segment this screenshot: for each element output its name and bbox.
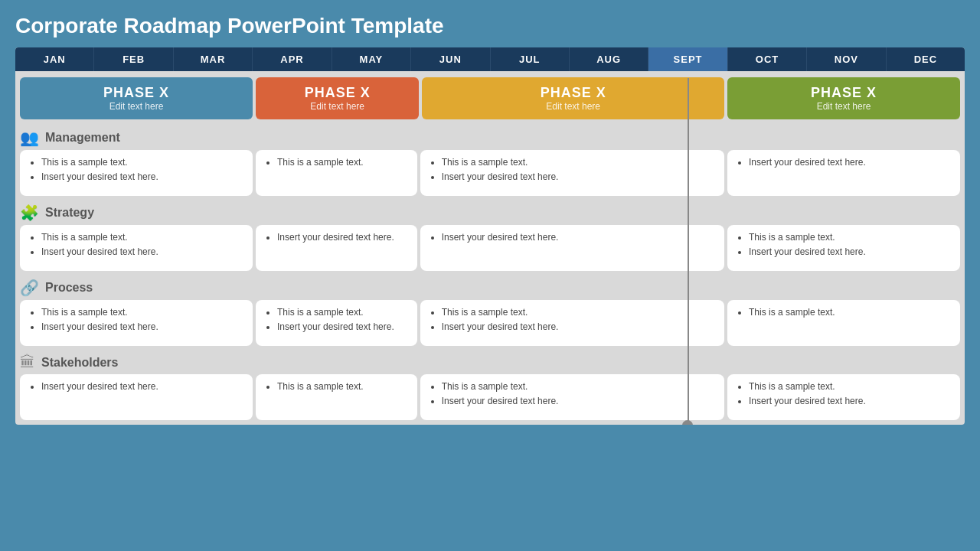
list-item: Insert your desired text here. bbox=[442, 395, 715, 408]
data-cell-1-3: This is a sample text.Insert your desire… bbox=[727, 225, 960, 271]
data-cell-2-3: This is a sample text. bbox=[727, 300, 960, 346]
month-cell-sept: SEPT bbox=[648, 47, 727, 71]
month-cell-dec: DEC bbox=[887, 47, 965, 71]
page-title: Corporate Roadmap PowerPoint Template bbox=[15, 14, 965, 38]
list-item: This is a sample text. bbox=[41, 231, 243, 244]
list-item: Insert your desired text here. bbox=[277, 231, 408, 244]
list-item: This is a sample text. bbox=[277, 156, 408, 169]
section-label-3: Stakeholders bbox=[41, 356, 118, 370]
data-cell-0-3: Insert your desired text here. bbox=[727, 150, 960, 196]
phase-title-2: PHASE X bbox=[268, 85, 407, 101]
section-icon-2: 🔗 bbox=[20, 279, 39, 297]
list-item: Insert your desired text here. bbox=[442, 321, 715, 334]
list-item: This is a sample text. bbox=[41, 156, 243, 169]
phase-row: PHASE XEdit text herePHASE XEdit text he… bbox=[15, 71, 965, 126]
data-cell-2-2: This is a sample text.Insert your desire… bbox=[420, 300, 724, 346]
list-item: Insert your desired text here. bbox=[41, 171, 243, 184]
data-cell-3-2: This is a sample text.Insert your desire… bbox=[420, 374, 724, 420]
data-row-2: This is a sample text.Insert your desire… bbox=[15, 298, 965, 350]
today-line bbox=[688, 78, 689, 425]
month-cell-apr: APR bbox=[253, 47, 332, 71]
list-item: Insert your desired text here. bbox=[442, 231, 715, 244]
section-label-2: Process bbox=[45, 281, 93, 295]
month-cell-aug: AUG bbox=[570, 47, 648, 71]
data-cell-0-2: This is a sample text.Insert your desire… bbox=[420, 150, 724, 196]
list-item: This is a sample text. bbox=[749, 380, 951, 393]
list-item: This is a sample text. bbox=[442, 156, 715, 169]
data-cell-3-1: This is a sample text. bbox=[256, 374, 417, 420]
section-row-management: 👥Management bbox=[15, 126, 965, 148]
section-label-1: Strategy bbox=[45, 206, 94, 220]
list-item: Insert your desired text here. bbox=[749, 246, 951, 259]
phase-title-4: PHASE X bbox=[740, 85, 948, 101]
list-item: Insert your desired text here. bbox=[41, 321, 243, 334]
section-row-stakeholders: 🏛Stakeholders bbox=[15, 350, 965, 373]
phase-block-3: PHASE XEdit text here bbox=[422, 77, 724, 119]
list-item: This is a sample text. bbox=[749, 231, 951, 244]
data-cell-0-0: This is a sample text.Insert your desire… bbox=[20, 150, 253, 196]
list-item: This is a sample text. bbox=[749, 306, 951, 319]
data-row-0: This is a sample text.Insert your desire… bbox=[15, 148, 965, 201]
section-icon-1: 🧩 bbox=[20, 204, 39, 222]
month-cell-feb: FEB bbox=[94, 47, 173, 71]
phase-subtitle-4: Edit text here bbox=[740, 101, 948, 112]
data-cell-2-1: This is a sample text.Insert your desire… bbox=[256, 300, 417, 346]
list-item: Insert your desired text here. bbox=[749, 156, 951, 169]
phase-title-3: PHASE X bbox=[434, 85, 712, 101]
list-item: This is a sample text. bbox=[277, 306, 408, 319]
data-cell-2-0: This is a sample text.Insert your desire… bbox=[20, 300, 253, 346]
data-cell-3-3: This is a sample text.Insert your desire… bbox=[727, 374, 960, 420]
list-item: Insert your desired text here. bbox=[41, 246, 243, 259]
list-item: This is a sample text. bbox=[277, 380, 408, 393]
sections-container: 👥ManagementThis is a sample text.Insert … bbox=[15, 126, 965, 425]
section-row-process: 🔗Process bbox=[15, 276, 965, 298]
phase-subtitle-1: Edit text here bbox=[32, 101, 240, 112]
month-cell-oct: OCT bbox=[728, 47, 807, 71]
phase-title-1: PHASE X bbox=[32, 85, 240, 101]
data-cell-3-0: Insert your desired text here. bbox=[20, 374, 253, 420]
month-cell-mar: MAR bbox=[174, 47, 253, 71]
month-cell-jun: JUN bbox=[411, 47, 490, 71]
month-cell-jan: JAN bbox=[15, 47, 94, 71]
phase-block-1: PHASE XEdit text here bbox=[20, 77, 253, 119]
content-area: Today ▶ JANFEBMARAPRMAYJUNJULAUGSEPTOCTN… bbox=[15, 47, 965, 425]
data-cell-1-1: Insert your desired text here. bbox=[256, 225, 417, 271]
list-item: This is a sample text. bbox=[41, 306, 243, 319]
section-row-strategy: 🧩Strategy bbox=[15, 201, 965, 223]
month-cell-nov: NOV bbox=[807, 47, 886, 71]
main-container: Corporate Roadmap PowerPoint Template To… bbox=[0, 0, 980, 551]
data-cell-1-0: This is a sample text.Insert your desire… bbox=[20, 225, 253, 271]
section-icon-0: 👥 bbox=[20, 129, 39, 147]
list-item: Insert your desired text here. bbox=[749, 395, 951, 408]
section-icon-3: 🏛 bbox=[20, 354, 35, 371]
section-label-0: Management bbox=[45, 131, 120, 145]
list-item: Insert your desired text here. bbox=[442, 171, 715, 184]
phase-subtitle-2: Edit text here bbox=[268, 101, 407, 112]
list-item: This is a sample text. bbox=[442, 306, 715, 319]
list-item: Insert your desired text here. bbox=[41, 380, 243, 393]
data-cell-0-1: This is a sample text. bbox=[256, 150, 417, 196]
data-cell-1-2: Insert your desired text here. bbox=[420, 225, 724, 271]
list-item: This is a sample text. bbox=[442, 380, 715, 393]
data-row-1: This is a sample text.Insert your desire… bbox=[15, 223, 965, 276]
phase-subtitle-3: Edit text here bbox=[434, 101, 712, 112]
data-row-3: Insert your desired text here.This is a … bbox=[15, 373, 965, 425]
phase-block-4: PHASE XEdit text here bbox=[727, 77, 960, 119]
phase-block-2: PHASE XEdit text here bbox=[256, 77, 419, 119]
month-cell-jul: JUL bbox=[491, 47, 570, 71]
month-header: JANFEBMARAPRMAYJUNJULAUGSEPTOCTNOVDEC bbox=[15, 47, 965, 71]
month-cell-may: MAY bbox=[332, 47, 411, 71]
list-item: Insert your desired text here. bbox=[277, 321, 408, 334]
